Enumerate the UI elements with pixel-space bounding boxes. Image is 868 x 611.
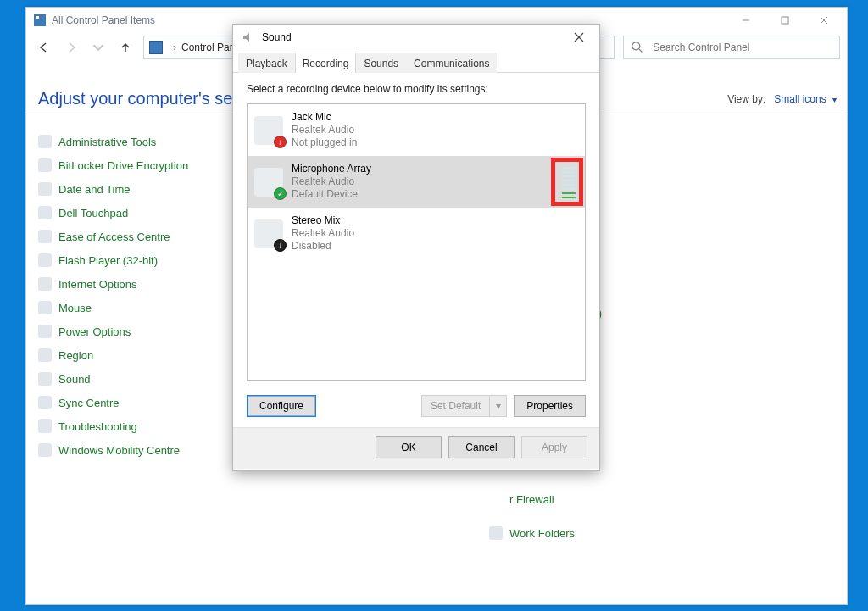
annotation-highlight [551, 158, 583, 206]
status-badge: ↓ [274, 136, 287, 148]
cp-item[interactable]: Date and Time [38, 182, 242, 196]
properties-button[interactable]: Properties [514, 395, 586, 417]
cp-item[interactable]: BitLocker Drive Encryption [38, 158, 242, 172]
view-by-value[interactable]: Small icons [774, 93, 826, 105]
configure-button[interactable]: Configure [247, 395, 316, 417]
device-text: Jack MicRealtek AudioNot plugged in [292, 111, 578, 149]
svg-point-6 [632, 42, 640, 50]
close-icon[interactable] [562, 25, 596, 49]
device-name: Stereo Mix [292, 214, 578, 227]
view-by-label: View by: [727, 93, 765, 105]
device-row[interactable]: ↓Jack MicRealtek AudioNot plugged in [248, 104, 585, 156]
cp-item-icon [38, 206, 52, 219]
set-default-button: Set Default ▾ [421, 395, 507, 417]
sound-title: Sound [262, 31, 562, 43]
cp-item-label: Administrative Tools [58, 136, 156, 148]
search-box[interactable] [623, 36, 840, 59]
tab-strip: PlaybackRecordingSoundsCommunications [233, 50, 599, 73]
cp-column-1: Administrative ToolsBitLocker Drive Encr… [38, 135, 242, 540]
sound-titlebar: Sound [233, 25, 599, 50]
svg-line-7 [639, 49, 643, 53]
cp-item-label: Region [58, 349, 93, 362]
cp-item[interactable]: r Firewall [489, 492, 693, 506]
cp-item[interactable]: Windows Mobility Centre [38, 443, 242, 457]
tab-playback[interactable]: Playback [238, 53, 295, 73]
set-default-label: Set Default [421, 395, 490, 417]
device-maker: Realtek Audio [292, 124, 578, 136]
cp-item-icon [38, 301, 52, 314]
cp-item[interactable]: Sync Centre [38, 396, 242, 409]
nav-up-button[interactable] [116, 38, 135, 57]
status-badge: ↓ [274, 239, 287, 252]
cp-item[interactable]: Power Options [38, 325, 242, 338]
device-status: Disabled [292, 240, 578, 253]
device-text: Microphone ArrayRealtek AudioDefault Dev… [292, 163, 551, 201]
minimize-button[interactable] [726, 8, 765, 32]
cp-item-label: Mouse [58, 302, 92, 314]
status-badge: ✓ [274, 187, 287, 200]
sound-tab-recording: Select a recording device below to modif… [233, 73, 599, 427]
cp-item[interactable]: Administrative Tools [38, 135, 242, 148]
cp-item[interactable]: Work Folders [489, 526, 693, 540]
nav-forward-button[interactable] [62, 38, 81, 57]
chevron-down-icon: ▾ [490, 395, 507, 417]
cp-item-label: Date and Time [58, 183, 131, 196]
cp-item-icon [38, 443, 52, 457]
address-bar-icon [149, 41, 163, 54]
cp-item-icon [489, 526, 503, 540]
cp-item[interactable]: Ease of Access Centre [38, 230, 242, 243]
breadcrumb-sep-icon: › [173, 42, 176, 53]
device-row[interactable]: ↓Stereo MixRealtek AudioDisabled [248, 208, 585, 259]
nav-recent-button[interactable] [89, 38, 108, 57]
cp-item[interactable]: Region [38, 348, 242, 362]
search-icon [631, 41, 643, 54]
cp-item-label: Ease of Access Centre [58, 231, 170, 243]
cp-item-icon [38, 135, 52, 148]
cp-item-icon [38, 372, 52, 386]
search-input[interactable] [651, 41, 832, 54]
cp-item[interactable]: Mouse [38, 301, 242, 314]
device-status: Default Device [292, 188, 551, 201]
view-by: View by: Small icons ▾ [727, 93, 837, 105]
device-row[interactable]: ✓Microphone ArrayRealtek AudioDefault De… [248, 156, 585, 208]
cp-item-label: Windows Mobility Centre [58, 444, 180, 457]
cp-item-label: BitLocker Drive Encryption [58, 159, 188, 172]
cp-item-label: Internet Options [58, 278, 137, 291]
cp-item-label: Sound [58, 373, 91, 386]
device-name: Microphone Array [292, 163, 551, 175]
apply-button[interactable]: Apply [521, 436, 587, 458]
tab-recording[interactable]: Recording [295, 53, 357, 73]
cp-item-label: Sync Centre [58, 397, 120, 409]
device-maker: Realtek Audio [292, 227, 578, 240]
svg-rect-3 [782, 17, 788, 24]
device-icon: ↓ [254, 116, 283, 145]
device-icon: ↓ [254, 219, 283, 248]
cp-item[interactable]: Internet Options [38, 277, 242, 291]
tab-sounds[interactable]: Sounds [356, 53, 406, 73]
cp-item-icon [38, 253, 52, 267]
recording-instruction: Select a recording device below to modif… [247, 83, 586, 95]
cp-item[interactable]: Sound [38, 372, 242, 386]
chevron-down-icon[interactable]: ▾ [832, 95, 837, 104]
tab-communications[interactable]: Communications [406, 53, 497, 73]
cp-item-label: r Firewall [509, 493, 554, 506]
device-icon: ✓ [254, 168, 283, 197]
maximize-button[interactable] [765, 8, 804, 32]
cancel-button[interactable]: Cancel [448, 436, 515, 458]
cp-item[interactable]: Troubleshooting [38, 419, 242, 433]
cp-item[interactable]: Flash Player (32-bit) [38, 253, 242, 267]
dialog-bottom-bar: OK Cancel Apply [233, 427, 599, 469]
close-button[interactable] [804, 8, 843, 32]
device-status: Not plugged in [292, 136, 578, 149]
device-list[interactable]: ↓Jack MicRealtek AudioNot plugged in✓Mic… [247, 103, 586, 381]
cp-item-icon [38, 230, 52, 243]
cp-item-label: Troubleshooting [58, 420, 137, 433]
cp-item-label: Dell Touchpad [58, 207, 128, 219]
ok-button[interactable]: OK [376, 436, 442, 458]
cp-item-label: Power Options [58, 325, 131, 338]
device-text: Stereo MixRealtek AudioDisabled [292, 214, 578, 253]
device-actions: Configure Set Default ▾ Properties [247, 395, 586, 417]
nav-back-button[interactable] [35, 38, 53, 57]
cp-item[interactable]: Dell Touchpad [38, 206, 242, 219]
cp-item-icon [38, 277, 52, 291]
